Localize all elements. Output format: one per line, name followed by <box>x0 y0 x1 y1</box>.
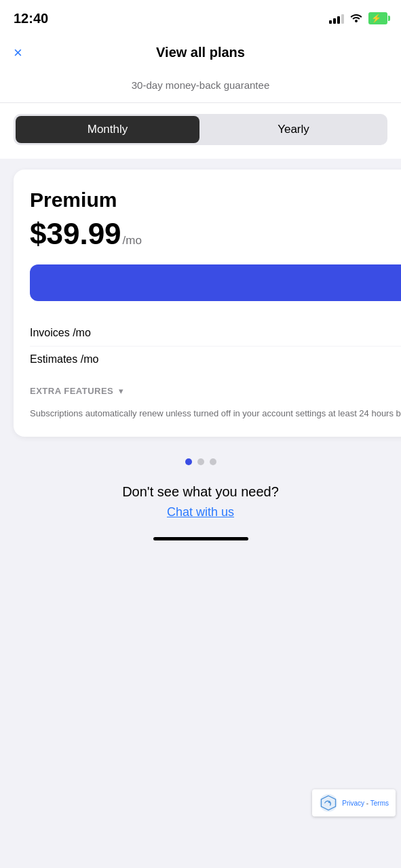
invoices-feature-row: Invoices /mo Unlimited <box>30 320 401 347</box>
header: × View all plans <box>0 34 401 71</box>
wifi-icon <box>349 12 363 25</box>
extra-features-toggle[interactable]: EXTRA FEATURES ▾ <box>30 386 401 396</box>
plan-name: Premium <box>30 189 401 212</box>
plan-price: $39.99 <box>30 217 121 251</box>
home-indicator <box>0 530 401 551</box>
monthly-toggle-button[interactable]: Monthly <box>16 116 199 143</box>
plan-period: /mo <box>123 234 142 248</box>
guarantee-text: 30-day money-back guarantee <box>132 79 269 91</box>
cta-text: Don't see what you need? <box>14 484 387 500</box>
signal-bar-1 <box>329 20 332 24</box>
plans-scroll: Premium $39.99 /mo Select Invoices /mo U… <box>0 170 401 437</box>
status-bar: 12:40 ⚡ <box>0 0 401 34</box>
features-list: Invoices /mo Unlimited Estimates /mo Unl… <box>30 320 401 372</box>
plans-section: Premium $39.99 /mo Select Invoices /mo U… <box>0 159 401 448</box>
page-title: View all plans <box>156 45 245 60</box>
bottom-cta: Don't see what you need? Chat with us <box>0 471 401 530</box>
status-time: 12:40 <box>14 11 48 26</box>
recaptcha-badge: Privacy - Terms <box>312 789 396 816</box>
estimates-label: Estimates /mo <box>30 353 98 366</box>
dot-2 <box>197 458 204 465</box>
recaptcha-logo-icon <box>319 793 338 812</box>
recaptcha-privacy-link[interactable]: Privacy <box>342 800 364 807</box>
signal-bar-4 <box>341 14 344 24</box>
home-bar <box>153 537 248 540</box>
select-plan-button[interactable]: Select <box>30 264 401 301</box>
guarantee-bar: 30-day money-back guarantee <box>0 71 401 103</box>
lightning-icon: ⚡ <box>371 14 381 23</box>
note-text: Subscriptions automatically renew unless… <box>30 408 401 418</box>
chat-link[interactable]: Chat with us <box>167 505 234 519</box>
signal-bar-3 <box>337 16 340 24</box>
estimates-feature-row: Estimates /mo Unlimited <box>30 347 401 372</box>
svg-point-0 <box>320 794 337 812</box>
signal-bars-icon <box>329 13 344 24</box>
premium-plan-card: Premium $39.99 /mo Select Invoices /mo U… <box>14 170 401 437</box>
recaptcha-terms-link[interactable]: Terms <box>370 800 389 807</box>
signal-bar-2 <box>333 18 336 24</box>
close-button[interactable]: × <box>14 45 22 60</box>
recaptcha-separator: - <box>364 800 370 807</box>
status-icons: ⚡ <box>329 12 387 25</box>
recaptcha-text: Privacy - Terms <box>342 799 389 808</box>
billing-toggle: Monthly Yearly <box>14 114 387 145</box>
carousel-dots <box>0 448 401 471</box>
extra-features-label: EXTRA FEATURES <box>30 386 113 396</box>
dot-3 <box>210 458 216 465</box>
chevron-down-icon: ▾ <box>119 386 123 396</box>
invoices-label: Invoices /mo <box>30 327 91 339</box>
subscription-note: Subscriptions automatically renew unless… <box>30 407 401 420</box>
plan-price-row: $39.99 /mo <box>30 217 401 251</box>
battery-icon: ⚡ <box>368 12 387 24</box>
yearly-toggle-button[interactable]: Yearly <box>202 116 385 143</box>
dot-1 <box>185 458 192 465</box>
billing-toggle-section: Monthly Yearly <box>0 103 401 159</box>
